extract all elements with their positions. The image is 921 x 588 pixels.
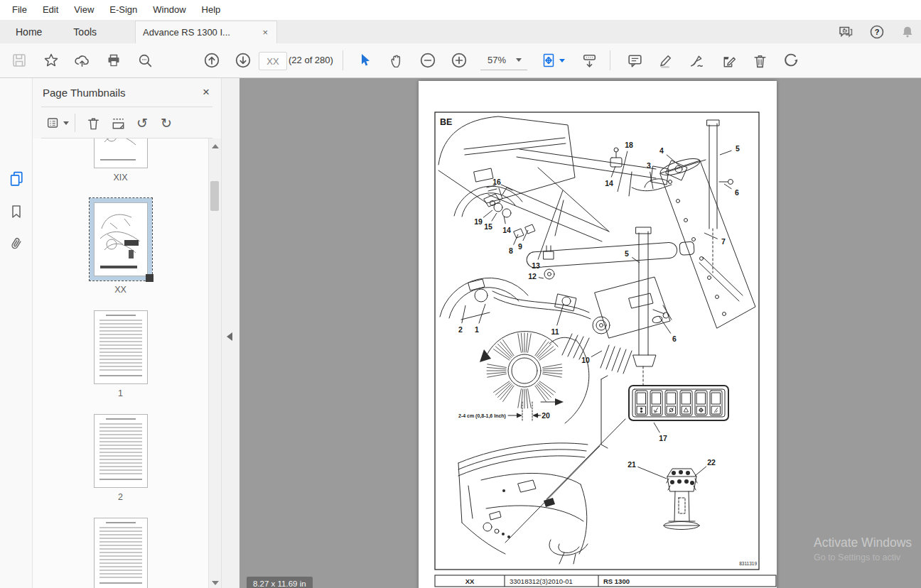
- menu-window[interactable]: Window: [145, 0, 193, 20]
- tab-document[interactable]: Advance RS 1300 I... ×: [135, 21, 277, 43]
- tab-bar: Home Tools Advance RS 1300 I... × ?: [0, 21, 921, 43]
- thumbnail-label: 2: [33, 492, 208, 502]
- document-canvas[interactable]: BE: [239, 78, 921, 588]
- callout-leader: [591, 351, 602, 357]
- callout-number: 2: [458, 325, 463, 334]
- save-icon[interactable]: [7, 48, 31, 72]
- scrollbar-thumb[interactable]: [210, 181, 219, 211]
- page-thumbnails-panel: Page Thumbnails ×: [33, 78, 222, 588]
- callout-number: 14: [502, 226, 511, 234]
- thumbnails-toolbar: ↺ ↻: [33, 107, 221, 138]
- tab-document-label: Advance RS 1300 I...: [143, 27, 261, 38]
- star-favorites-icon[interactable]: [39, 48, 63, 72]
- thumbnail-page-XX[interactable]: XX: [33, 198, 208, 295]
- refresh-icon[interactable]: [779, 48, 803, 72]
- menu-file[interactable]: File: [4, 0, 35, 20]
- callout-leader: [654, 423, 659, 432]
- page-number-input[interactable]: [259, 52, 287, 70]
- callout-leader: [720, 151, 732, 155]
- watermark-line2: Go to Settings to activ: [814, 552, 921, 562]
- thumbnail-frame[interactable]: [94, 310, 148, 384]
- main-area: Page Thumbnails ×: [0, 78, 921, 588]
- thumbnail-preview: [99, 320, 142, 371]
- fit-page-button[interactable]: [535, 48, 569, 72]
- thumbnail-frame[interactable]: [94, 518, 148, 588]
- thumbnail-page-1[interactable]: 1: [33, 310, 208, 398]
- page-down-icon[interactable]: [231, 48, 255, 72]
- pen-sign-icon[interactable]: [684, 48, 709, 72]
- notifications-bell-icon[interactable]: [900, 24, 915, 40]
- callout-number: 1: [475, 325, 479, 334]
- rotate-cw-glyph: ↻: [161, 116, 172, 130]
- zoom-in-icon[interactable]: [447, 48, 471, 72]
- callout-number: 5: [736, 144, 740, 153]
- page-thumbnails-icon[interactable]: [7, 169, 26, 187]
- thumbnail-page-3[interactable]: 3: [33, 518, 208, 588]
- toolbar-separator: [343, 50, 343, 70]
- close-tab-icon[interactable]: ×: [261, 27, 269, 38]
- thumbnail-preview: [95, 203, 147, 276]
- highlight-icon[interactable]: [653, 48, 677, 72]
- bookmarks-icon[interactable]: [7, 202, 26, 221]
- callout-number: 19: [474, 217, 483, 226]
- tab-home[interactable]: Home: [0, 21, 58, 43]
- scroll-mode-icon[interactable]: [577, 48, 601, 72]
- page-up-icon[interactable]: [200, 48, 224, 72]
- thumbnail-list: XIXXX123: [33, 138, 208, 588]
- toolbar-separator: [610, 50, 610, 70]
- menu-help[interactable]: Help: [194, 0, 229, 20]
- thumbnail-frame[interactable]: [94, 202, 148, 276]
- thumbnail-label: XIX: [33, 173, 208, 183]
- callout-leader: [637, 467, 667, 479]
- footer-page: XX: [465, 577, 475, 585]
- menu-view[interactable]: View: [66, 0, 102, 20]
- zoom-out-icon[interactable]: [416, 48, 440, 72]
- menu-edit[interactable]: Edit: [35, 0, 66, 20]
- callout-number: 9: [518, 242, 522, 251]
- rotate-ccw-icon[interactable]: ↺: [133, 114, 151, 132]
- thumbnail-preview: [99, 423, 142, 474]
- scroll-down-arrow-icon[interactable]: [212, 581, 219, 585]
- thumbnails-scrollbar[interactable]: [208, 138, 221, 588]
- callout-leader: [539, 278, 544, 278]
- delete-icon[interactable]: [748, 48, 772, 72]
- tab-tools[interactable]: Tools: [58, 21, 112, 43]
- pdf-page[interactable]: BE: [419, 81, 777, 588]
- thumbnail-frame[interactable]: [94, 138, 148, 168]
- rotate-cw-icon[interactable]: ↻: [157, 114, 176, 132]
- print-icon[interactable]: [102, 48, 126, 72]
- thumbnail-preview: [99, 527, 142, 578]
- thumbnail-label: 1: [33, 388, 208, 398]
- page-count-label: (22 of 280): [289, 52, 333, 69]
- search-icon[interactable]: [133, 48, 157, 72]
- callout-number: 6: [735, 188, 739, 197]
- callout-leader: [724, 184, 732, 189]
- callout-number: 22: [707, 458, 716, 467]
- callout-number: 6: [672, 334, 677, 343]
- acrobat-window: FileEditViewE-SignWindowHelp Home Tools …: [0, 0, 921, 588]
- comment-icon[interactable]: [623, 48, 647, 72]
- footer-model: RS 1300: [603, 577, 630, 585]
- close-panel-icon[interactable]: ×: [201, 85, 211, 99]
- callout-number: 20: [542, 411, 550, 420]
- collapse-panel-icon[interactable]: [227, 332, 232, 341]
- menu-esign[interactable]: E-Sign: [102, 0, 145, 20]
- thumbnail-options-icon[interactable]: [43, 114, 71, 132]
- feedback-icon[interactable]: [837, 23, 854, 40]
- callout-number: 13: [532, 261, 540, 270]
- fill-sign-icon[interactable]: [716, 48, 740, 72]
- thumbnail-page-2[interactable]: 2: [33, 414, 208, 502]
- extract-pages-icon[interactable]: [109, 114, 127, 132]
- thumbnail-frame[interactable]: [94, 414, 148, 488]
- scroll-up-arrow-icon[interactable]: [212, 144, 219, 148]
- zoom-level-select[interactable]: 57%: [480, 50, 527, 70]
- help-icon[interactable]: ?: [868, 23, 885, 40]
- attachments-paperclip-icon[interactable]: [7, 234, 26, 253]
- thumbnail-page-XIX[interactable]: XIX: [33, 138, 208, 183]
- footer-doc-number: 33018312(3)2010-01: [510, 577, 573, 585]
- delete-pages-icon[interactable]: [84, 114, 102, 132]
- cloud-upload-icon[interactable]: [70, 48, 94, 72]
- hand-tool-icon[interactable]: [384, 48, 409, 72]
- page-diagram: BE: [419, 81, 777, 588]
- select-tool-icon[interactable]: [353, 48, 377, 72]
